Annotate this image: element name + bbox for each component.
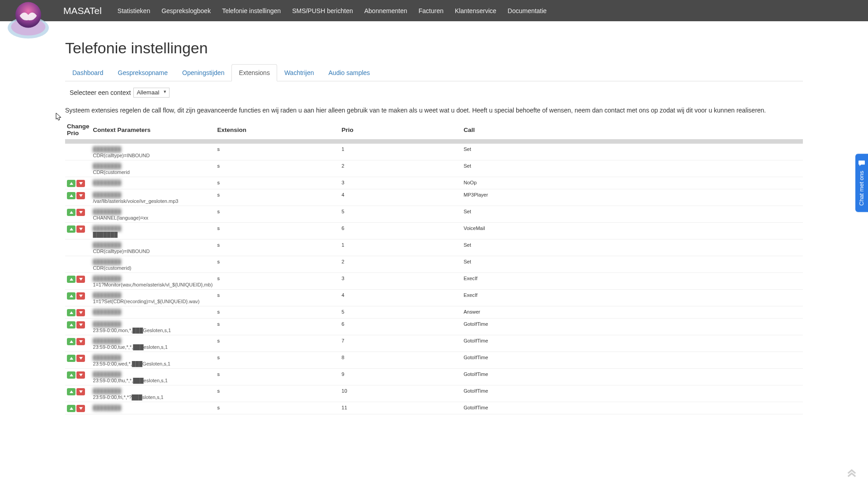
prio-up-button[interactable] [67, 405, 75, 412]
prio-down-button[interactable] [76, 338, 85, 345]
context-select[interactable]: Allemaal [133, 88, 170, 98]
prio-up-button[interactable] [67, 388, 75, 395]
prio-up-button[interactable] [67, 292, 75, 300]
extension-value: s [216, 177, 340, 189]
extension-value: s [216, 319, 340, 335]
tab-openingstijden[interactable]: Openingstijden [175, 64, 231, 81]
prio-down-button[interactable] [76, 225, 85, 233]
table-row: ████████s11GotoIfTime [65, 402, 803, 414]
col-change-prio: Change Prio [65, 120, 91, 139]
chat-widget[interactable]: Chat met ons [855, 154, 868, 212]
extension-value: s [216, 273, 340, 290]
tab-dashboard[interactable]: Dashboard [65, 64, 111, 81]
context-value-redacted: ████████ [93, 405, 121, 410]
prio-value: 9 [340, 369, 462, 385]
context-value-redacted: ████████ [93, 209, 121, 214]
prio-up-button[interactable] [67, 338, 75, 345]
lotus-logo-icon [5, 0, 52, 41]
parameter-value: 23:59-0:00,tue,*,*,███esloten,s,1 [93, 344, 214, 350]
table-row: ████████23:59-0:00,mon,*,███Gesloten,s,1… [65, 319, 803, 335]
prio-down-button[interactable] [76, 276, 85, 283]
call-value: Set [462, 206, 803, 223]
context-value-redacted: ████████ [93, 338, 121, 343]
col-call: Call [462, 120, 803, 139]
tab-wachtrijen[interactable]: Wachtrijen [277, 64, 321, 81]
context-value-redacted: ████████ [93, 259, 121, 264]
prio-down-button[interactable] [76, 371, 85, 379]
topbar: MASATel Statistieken Gesprekslogboek Tel… [0, 0, 868, 21]
prio-up-button[interactable] [67, 276, 75, 283]
context-value-redacted: ████████ [93, 242, 121, 248]
call-value: MP3Player [462, 189, 803, 206]
extension-value: s [216, 402, 340, 414]
prio-up-button[interactable] [67, 180, 75, 187]
nav-klantenservice[interactable]: Klantenservice [455, 7, 496, 14]
call-value: Set [462, 160, 803, 177]
chat-label: Chat met ons [859, 171, 865, 206]
prio-up-button[interactable] [67, 371, 75, 379]
prio-down-button[interactable] [76, 180, 85, 187]
context-label: Selecteer een context [70, 89, 131, 96]
prio-up-button[interactable] [67, 225, 75, 233]
prio-up-button[interactable] [67, 321, 75, 328]
description-text: Systeem extensies regelen de call flow, … [65, 98, 803, 120]
prio-up-button[interactable] [67, 209, 75, 216]
prio-down-button[interactable] [76, 405, 85, 412]
nav-abonnementen[interactable]: Abonnementen [364, 7, 407, 14]
parameter-value: 1=1?Set(CDR(recording)=vl_${UNIQUEID}.wa… [93, 299, 214, 304]
call-value: GotoIfTime [462, 385, 803, 402]
tab-extensions[interactable]: Extensions [231, 64, 277, 81]
prio-value: 5 [340, 206, 462, 223]
prio-up-button[interactable] [67, 355, 75, 362]
extension-value: s [216, 335, 340, 352]
nav-sms[interactable]: SMS/PUSH berichten [292, 7, 353, 14]
tab-gespreksopname[interactable]: Gespreksopname [111, 64, 175, 81]
call-value: VoiceMail [462, 223, 803, 239]
prio-value: 1 [340, 239, 462, 256]
call-value: Set [462, 144, 803, 160]
context-value-redacted: ████████ [93, 163, 121, 169]
extension-value: s [216, 369, 340, 385]
prio-down-button[interactable] [76, 388, 85, 395]
parameter-value: CHANNEL(language)=xx [93, 215, 214, 221]
parameter-value: CDR(calltype)=INBOUND [93, 249, 214, 254]
extension-value: s [216, 306, 340, 319]
prio-down-button[interactable] [76, 192, 85, 199]
context-selected-value: Allemaal [137, 89, 159, 96]
parameter-value: 23:59-0:00,thu,*,*,███esloten,s,1 [93, 378, 214, 383]
prio-down-button[interactable] [76, 292, 85, 300]
extension-value: s [216, 385, 340, 402]
prio-value: 2 [340, 256, 462, 273]
prio-down-button[interactable] [76, 355, 85, 362]
prio-value: 6 [340, 319, 462, 335]
context-value-redacted: ████████ [93, 355, 121, 360]
nav-gesprekslogboek[interactable]: Gesprekslogboek [161, 7, 211, 14]
table-row: ████████s5Answer [65, 306, 803, 319]
call-value: ExecIf [462, 290, 803, 306]
prio-value: 1 [340, 144, 462, 160]
page-title: Telefonie instellingen [65, 39, 803, 57]
prio-down-button[interactable] [76, 209, 85, 216]
prio-up-button[interactable] [67, 192, 75, 199]
call-value: Set [462, 256, 803, 273]
tab-audiosamples[interactable]: Audio samples [321, 64, 377, 81]
prio-up-button[interactable] [67, 309, 75, 316]
extension-value: s [216, 239, 340, 256]
extension-value: s [216, 256, 340, 273]
extension-value: s [216, 290, 340, 306]
nav-telefonie[interactable]: Telefonie instellingen [222, 7, 281, 14]
logo [0, 0, 63, 21]
chat-icon [858, 160, 865, 166]
call-value: GotoIfTime [462, 402, 803, 414]
context-value-redacted: ████████ [93, 388, 121, 394]
prio-down-button[interactable] [76, 321, 85, 328]
table-row: ████████CDR(calltype)=INBOUNDs1Set [65, 239, 803, 256]
call-value: GotoIfTime [462, 352, 803, 369]
prio-down-button[interactable] [76, 309, 85, 316]
parameter-value: 23:59-0:00,mon,*,███Gesloten,s,1 [93, 328, 214, 333]
table-row: ████████1=1?Monitor(wav,/home/asterisk/v… [65, 273, 803, 290]
nav-documentatie[interactable]: Documentatie [508, 7, 547, 14]
nav-facturen[interactable]: Facturen [419, 7, 443, 14]
nav-statistieken[interactable]: Statistieken [118, 7, 150, 14]
prio-value: 6 [340, 223, 462, 239]
